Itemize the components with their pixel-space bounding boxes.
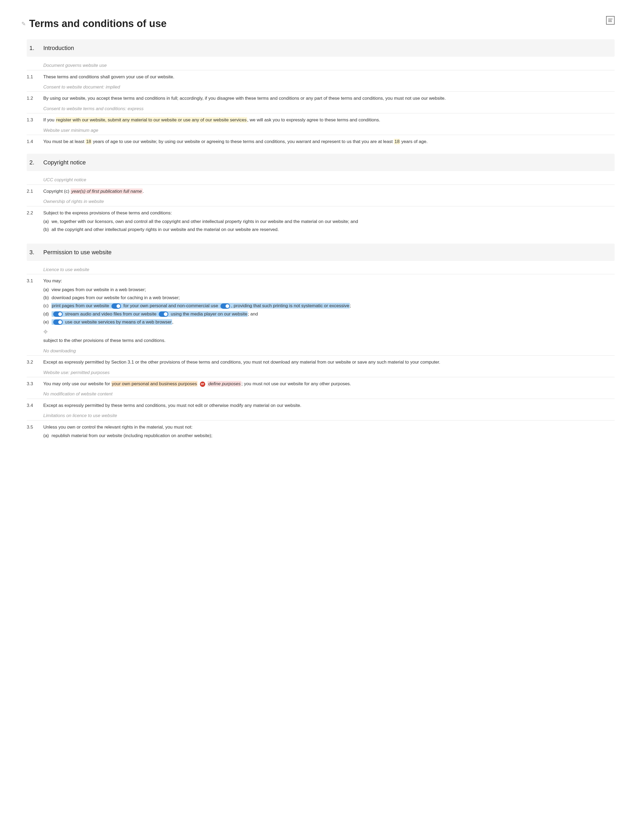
letter: (a) — [43, 432, 49, 439]
sub-text: print pages from our website for your ow… — [51, 302, 351, 309]
clause-text: You must be at least 18 years of age to … — [43, 138, 612, 145]
clause-text: These terms and conditions shall govern … — [43, 74, 612, 81]
section-header-2: 2. Copyright notice — [27, 154, 615, 171]
clause-note: Website use: permitted purposes — [27, 368, 615, 377]
sub-item: (e) use our website services by means of… — [43, 318, 612, 326]
edit-icon[interactable]: ✎ — [21, 20, 26, 28]
page-title: Terms and conditions of use — [29, 16, 167, 31]
clause-text: Except as expressly permitted by Section… — [43, 359, 612, 366]
clause-text: Unless you own or control the relevant r… — [43, 424, 612, 441]
intro-line: Unless you own or control the relevant r… — [43, 424, 612, 431]
placeholder-text[interactable]: year(s) of first publication full name — [71, 188, 143, 194]
or-badge[interactable]: or — [200, 382, 205, 387]
letter: (a) — [43, 218, 49, 225]
toggle-switch[interactable] — [53, 311, 63, 317]
clause-text: If you register with our website, submit… — [43, 117, 612, 123]
sub-text: we, together with our licensors, own and… — [52, 218, 358, 225]
clause-text: Copyright (c) year(s) of first publicati… — [43, 188, 612, 195]
highlighted-text[interactable]: 18 — [85, 139, 92, 144]
toggle-switch[interactable] — [220, 303, 230, 309]
text: Copyright (c) — [43, 189, 71, 194]
clause-3-1: 3.1 You may: (a) view pages from our web… — [27, 276, 615, 346]
sub-text: all the copyright and other intellectual… — [52, 226, 279, 233]
tail-text: subject to the other provisions of these… — [43, 337, 612, 344]
sub-item: (d) stream audio and video files from ou… — [43, 310, 612, 318]
clause-note: Licence to use website — [27, 265, 615, 275]
clause-3-4: 3.4 Except as expressly permitted by the… — [27, 401, 615, 411]
text: If you — [43, 117, 55, 122]
clause-text: You may only use our website for your ow… — [43, 381, 612, 387]
move-icon[interactable]: ✥ — [43, 328, 612, 336]
intro-line: You may: — [43, 278, 612, 284]
clause-note: Consent to website terms and conditions:… — [27, 104, 615, 114]
text: years of age to use our website; by usin… — [92, 139, 394, 144]
sub-item: (b) download pages from our website for … — [43, 294, 612, 302]
section-title: Permission to use website — [43, 248, 112, 257]
clause-note: Website user minimum age — [27, 126, 615, 135]
clause-num: 1.1 — [27, 74, 37, 81]
option-text[interactable]: stream audio and video files from our we… — [52, 311, 248, 317]
toggle-switch[interactable] — [159, 311, 168, 317]
letter: (a) — [43, 286, 49, 293]
clause-num: 1.4 — [27, 138, 37, 145]
placeholder-text[interactable]: define purposes — [207, 381, 241, 387]
clause-3-2: 3.2 Except as expressly permitted by Sec… — [27, 357, 615, 368]
clause-text: Subject to the express provisions of the… — [43, 210, 612, 235]
toggle-switch[interactable] — [53, 319, 63, 325]
clause-1-1: 1.1 These terms and conditions shall gov… — [27, 72, 615, 83]
intro-line: Subject to the express provisions of the… — [43, 210, 612, 216]
clause-num: 2.2 — [27, 210, 37, 216]
clause-1-3: 1.3 If you register with our website, su… — [27, 115, 615, 126]
sub-text: view pages from our website in a web bro… — [52, 286, 146, 293]
sub-text: download pages from our website for cach… — [52, 294, 180, 301]
text: , we will ask you to expressly agree to … — [247, 117, 380, 122]
text: ; and — [248, 311, 258, 317]
text: ; you must not use our website for any o… — [241, 381, 351, 386]
clause-3-5: 3.5 Unless you own or control the releva… — [27, 422, 615, 443]
clause-note: Consent to website document: implied — [27, 83, 615, 92]
letter: (b) — [43, 294, 49, 301]
clause-num: 3.3 — [27, 381, 37, 387]
clause-num: 1.3 — [27, 117, 37, 123]
highlighted-text[interactable]: 18 — [394, 139, 400, 144]
option-text[interactable]: your own personal and business purposes — [112, 381, 197, 387]
toc-button[interactable] — [606, 16, 615, 25]
letter: (d) — [43, 311, 49, 317]
section-num: 2. — [29, 158, 37, 167]
toggle-switch[interactable] — [112, 303, 121, 309]
option-text[interactable]: use our website services by means of a w… — [52, 319, 172, 325]
sub-item: (b) all the copyright and other intellec… — [43, 226, 612, 234]
clause-num: 3.2 — [27, 359, 37, 366]
text: . — [143, 189, 144, 194]
clause-note: No modification of website content — [27, 390, 615, 399]
text: , — [172, 319, 173, 325]
section-title: Copyright notice — [43, 158, 86, 167]
highlighted-text[interactable]: register with our website, submit any ma… — [55, 117, 247, 123]
clause-note: Limitations on licence to use website — [27, 411, 615, 420]
clause-2-1: 2.1 Copyright (c) year(s) of first publi… — [27, 186, 615, 197]
section-num: 1. — [29, 44, 37, 52]
section-header-3: 3. Permission to use website — [27, 243, 615, 261]
clause-note: No downloading — [27, 346, 615, 356]
sub-item: (a) we, together with our licensors, own… — [43, 218, 612, 226]
clause-1-4: 1.4 You must be at least 18 years of age… — [27, 137, 615, 147]
sub-item: (c) print pages from our website for you… — [43, 302, 612, 310]
clause-note: Document governs website use — [27, 61, 615, 70]
sub-item: (a) view pages from our website in a web… — [43, 286, 612, 294]
text: You may only use our website for — [43, 381, 112, 386]
text: years of age. — [400, 139, 428, 144]
clause-text: Except as expressly permitted by these t… — [43, 402, 612, 409]
clause-text: You may: (a) view pages from our website… — [43, 278, 612, 344]
clause-text: By using our website, you accept these t… — [43, 95, 612, 102]
list-icon — [608, 19, 612, 22]
option-text[interactable]: print pages from our website for your ow… — [51, 303, 350, 308]
sub-text: use our website services by means of a w… — [52, 319, 173, 325]
clause-num: 3.1 — [27, 278, 37, 284]
clause-note: UCC copyright notice — [27, 175, 615, 185]
clause-num: 3.4 — [27, 402, 37, 409]
clause-2-2: 2.2 Subject to the express provisions of… — [27, 208, 615, 237]
letter: (c) — [43, 302, 49, 309]
text: You must be at least — [43, 139, 85, 144]
clause-num: 1.2 — [27, 95, 37, 102]
clause-note: Ownership of rights in website — [27, 197, 615, 206]
